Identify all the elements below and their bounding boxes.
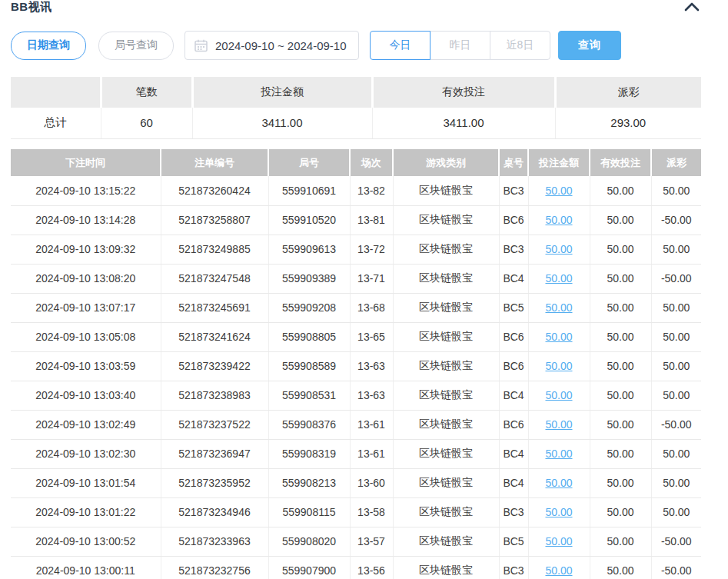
- bet-cell-time: 2024-09-10 13:01:54: [11, 468, 161, 497]
- bet-cell-time: 2024-09-10 13:00:52: [11, 527, 161, 556]
- bet-cell-valid-bet: 50.00: [590, 293, 651, 322]
- bet-column-header: 有效投注: [590, 149, 651, 176]
- date-range-input[interactable]: 2024-09-10 ~ 2024-09-10: [184, 31, 359, 60]
- bet-cell-round-no: 559910520: [268, 205, 350, 235]
- summary-header-row: 笔数 投注金额 有效投注 派彩: [11, 77, 701, 108]
- last8days-button[interactable]: 近8日: [490, 31, 550, 60]
- bet-cell-session: 13-58: [350, 497, 393, 527]
- bet-cell-table-no: BC6: [499, 322, 528, 351]
- bet-cell-session: 13-71: [350, 264, 393, 293]
- bet-amount-link[interactable]: 50.00: [545, 331, 572, 343]
- bet-cell-order-no: 521873258807: [161, 205, 268, 235]
- bet-cell-bet-amount: 50.00: [528, 556, 590, 579]
- bet-amount-link[interactable]: 50.00: [545, 185, 572, 197]
- bet-cell-bet-amount: 50.00: [528, 235, 590, 264]
- bet-cell-game-type: 区块链骰宝: [393, 176, 499, 205]
- bet-cell-payout: 50.00: [651, 322, 701, 351]
- today-button[interactable]: 今日: [370, 31, 430, 60]
- round-query-button[interactable]: 局号查询: [98, 32, 174, 60]
- bet-cell-game-type: 区块链骰宝: [393, 556, 499, 579]
- bet-cell-session: 13-68: [350, 293, 393, 322]
- bet-cell-game-type: 区块链骰宝: [393, 351, 499, 381]
- bet-cell-order-no: 521873249885: [161, 235, 268, 264]
- summary-header-payout: 派彩: [555, 77, 701, 108]
- bet-cell-session: 13-82: [350, 176, 393, 205]
- bet-cell-table-no: BC4: [499, 381, 528, 410]
- bet-table-row: 2024-09-10 13:05:08521873241624559908805…: [11, 322, 701, 351]
- bet-cell-order-no: 521873232756: [161, 556, 268, 579]
- bet-cell-order-no: 521873236947: [161, 439, 268, 468]
- bet-cell-time: 2024-09-10 13:00:11: [11, 556, 161, 579]
- summary-total-valid-bet: 3411.00: [372, 108, 555, 138]
- bet-cell-order-no: 521873233963: [161, 527, 268, 556]
- bet-amount-link[interactable]: 50.00: [545, 448, 572, 460]
- bet-cell-valid-bet: 50.00: [590, 235, 651, 264]
- bet-cell-bet-amount: 50.00: [528, 410, 590, 439]
- bet-table-row: 2024-09-10 13:08:20521873247548559909389…: [11, 264, 701, 293]
- bet-column-header: 注单编号: [161, 149, 268, 176]
- bet-column-header: 场次: [350, 149, 393, 176]
- bet-table-row: 2024-09-10 13:02:30521873236947559908319…: [11, 439, 701, 468]
- date-query-button[interactable]: 日期查询: [11, 32, 86, 60]
- bet-cell-table-no: BC3: [499, 497, 528, 527]
- bet-cell-bet-amount: 50.00: [528, 176, 590, 205]
- bet-cell-round-no: 559910691: [268, 176, 350, 205]
- bet-amount-link[interactable]: 50.00: [545, 477, 572, 489]
- bet-cell-table-no: BC5: [499, 293, 528, 322]
- bet-cell-session: 13-63: [350, 381, 393, 410]
- bet-cell-table-no: BC3: [499, 176, 528, 205]
- bet-cell-bet-amount: 50.00: [528, 293, 590, 322]
- bet-cell-session: 13-72: [350, 235, 393, 264]
- bet-cell-payout: 50.00: [651, 439, 701, 468]
- bet-amount-link[interactable]: 50.00: [545, 214, 572, 226]
- search-button[interactable]: 查询: [558, 31, 621, 60]
- bet-cell-bet-amount: 50.00: [528, 527, 590, 556]
- bet-cell-game-type: 区块链骰宝: [393, 468, 499, 497]
- bet-cell-valid-bet: 50.00: [590, 264, 651, 293]
- quick-range-group: 今日 昨日 近8日: [370, 31, 550, 60]
- yesterday-button[interactable]: 昨日: [430, 31, 490, 60]
- chevron-up-icon: [683, 2, 700, 15]
- bet-amount-link[interactable]: 50.00: [545, 535, 572, 547]
- bet-cell-round-no: 559908805: [268, 322, 350, 351]
- bet-amount-link[interactable]: 50.00: [545, 506, 572, 518]
- bet-cell-payout: 50.00: [651, 176, 701, 205]
- bet-cell-game-type: 区块链骰宝: [393, 439, 499, 468]
- date-range-value: 2024-09-10 ~ 2024-09-10: [215, 39, 347, 52]
- bet-cell-valid-bet: 50.00: [590, 556, 651, 579]
- bet-table-row: 2024-09-10 13:02:49521873237522559908376…: [11, 410, 701, 439]
- bet-cell-session: 13-56: [350, 556, 393, 579]
- bet-amount-link[interactable]: 50.00: [545, 389, 572, 401]
- bet-cell-time: 2024-09-10 13:01:22: [11, 497, 161, 527]
- bet-cell-payout: 50.00: [651, 468, 701, 497]
- bet-cell-valid-bet: 50.00: [590, 497, 651, 527]
- bet-cell-round-no: 559908376: [268, 410, 350, 439]
- bet-cell-valid-bet: 50.00: [590, 351, 651, 381]
- bet-amount-link[interactable]: 50.00: [545, 272, 572, 285]
- page-title: BB视讯: [11, 0, 52, 15]
- bet-amount-link[interactable]: 50.00: [545, 360, 572, 372]
- bet-amount-link[interactable]: 50.00: [545, 564, 572, 577]
- bet-cell-order-no: 521873237522: [161, 410, 268, 439]
- bet-table-row: 2024-09-10 13:07:17521873245691559909208…: [11, 293, 701, 322]
- summary-header-bet-amount: 投注金额: [192, 77, 372, 108]
- bet-cell-order-no: 521873239422: [161, 351, 268, 381]
- bet-cell-game-type: 区块链骰宝: [393, 497, 499, 527]
- bet-cell-valid-bet: 50.00: [590, 439, 651, 468]
- bet-cell-table-no: BC6: [499, 351, 528, 381]
- bet-amount-link[interactable]: 50.00: [545, 418, 572, 431]
- bet-cell-order-no: 521873260424: [161, 176, 268, 205]
- bet-cell-bet-amount: 50.00: [528, 497, 590, 527]
- bet-cell-time: 2024-09-10 13:14:28: [11, 205, 161, 235]
- bet-cell-time: 2024-09-10 13:15:22: [11, 176, 161, 205]
- bet-amount-link[interactable]: 50.00: [545, 301, 572, 314]
- collapse-panel-button[interactable]: [683, 2, 700, 12]
- bet-cell-valid-bet: 50.00: [590, 205, 651, 235]
- bet-cell-session: 13-63: [350, 351, 393, 381]
- bet-cell-round-no: 559908589: [268, 351, 350, 381]
- bet-table-body: 2024-09-10 13:15:22521873260424559910691…: [11, 176, 701, 579]
- bet-amount-link[interactable]: 50.00: [545, 243, 572, 255]
- bet-column-header: 下注时间: [11, 149, 161, 176]
- bet-table-header-row: 下注时间注单编号局号场次游戏类别桌号投注金額有效投注派彩: [11, 149, 701, 176]
- bet-cell-session: 13-61: [350, 410, 393, 439]
